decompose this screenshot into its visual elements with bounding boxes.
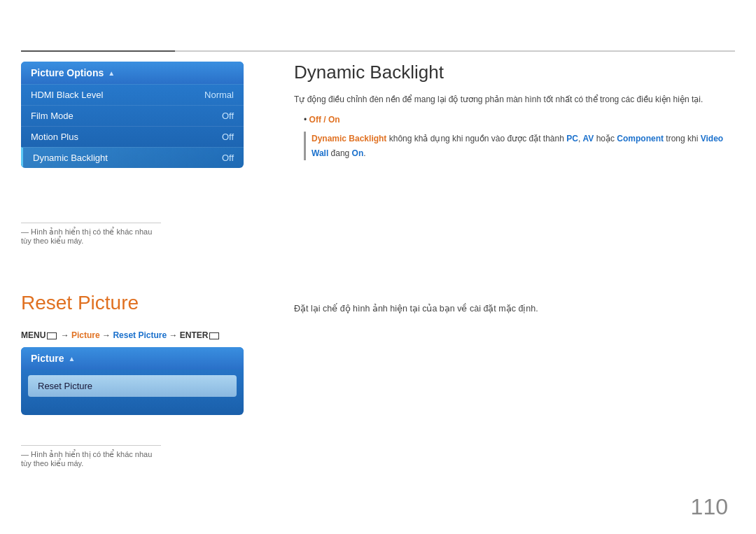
note-dang: đang [328,148,351,158]
note-comma1: , [578,134,583,143]
top-divider [21,50,735,52]
menu-path: MENU → Picture → Reset Picture → ENTER [21,330,220,340]
menu-item-motion[interactable]: Motion Plus Off [21,126,244,147]
menu-item-value: Off [222,153,234,163]
header-label: Picture Options [31,67,104,78]
picture-panel: Picture ▲ Reset Picture [21,347,244,415]
menu-item-film[interactable]: Film Mode Off [21,105,244,126]
note-body: không khả dụng khi nguồn vào được đặt th… [386,134,566,143]
picture-panel-label: Picture [31,353,64,364]
path-reset: Reset Picture [113,330,167,340]
section-title: Dynamic Backlight [294,62,735,83]
enter-label: ENTER [180,330,209,340]
arrow3: → [169,330,179,340]
reset-picture-title: Reset Picture [21,292,139,314]
path-picture: Picture [71,330,100,340]
arrow1: → [61,330,71,340]
note-on: On [352,148,364,158]
note-highlight-dynamic: Dynamic Backlight [312,134,386,143]
bullet-off-on: Off / On [304,115,735,125]
menu-item-label: Dynamic Backlight [33,153,108,163]
note-av: AV [583,134,594,143]
reset-right-content: Đặt lại chế độ hình ảnh hiện tại của bạn… [294,303,735,314]
section-description: Tự động điều chỉnh đèn nền để mang lại đ… [294,93,735,106]
page-number: 110 [691,494,728,520]
dynamic-backlight-content: Dynamic Backlight Tự động điều chỉnh đèn… [294,62,735,160]
menu-item-label: Film Mode [31,111,74,121]
menu-item-value: Off [222,111,234,121]
menu-item-hdmi[interactable]: HDMI Black Level Normal [21,84,244,105]
menu-item-label: HDMI Black Level [31,90,103,100]
picture-header-arrow: ▲ [68,355,75,363]
note-component: Component [617,134,664,143]
enter-icon [209,332,219,339]
menu-icon [47,332,57,339]
menu-item-dynamic-backlight[interactable]: Dynamic Backlight Off [21,147,244,168]
menu-item-value: Off [222,132,234,142]
image-note-1: ― Hình ảnh hiển thị có thể khác nhau tùy… [21,223,161,246]
image-note-2: ― Hình ảnh hiển thị có thể khác nhau tùy… [21,445,161,468]
picture-options-header: Picture Options ▲ [21,62,244,84]
picture-panel-header: Picture ▲ [21,347,244,370]
note-hoac: hoặc [594,134,617,143]
menu-item-label: Motion Plus [31,132,78,142]
reset-picture-item[interactable]: Reset Picture [28,375,237,397]
arrow2: → [102,330,113,340]
note-end: . [363,148,365,158]
picture-options-panel: Picture Options ▲ HDMI Black Level Norma… [21,62,244,168]
note-trong-khi: trong khi [664,134,701,143]
menu-item-value: Normal [204,90,234,100]
note-pc: PC [566,134,578,143]
menu-label: MENU [21,330,46,340]
note-text: Dynamic Backlight không khả dụng khi ngu… [304,132,735,160]
off-on-text: Off / On [309,115,340,125]
header-arrow: ▲ [108,69,115,77]
